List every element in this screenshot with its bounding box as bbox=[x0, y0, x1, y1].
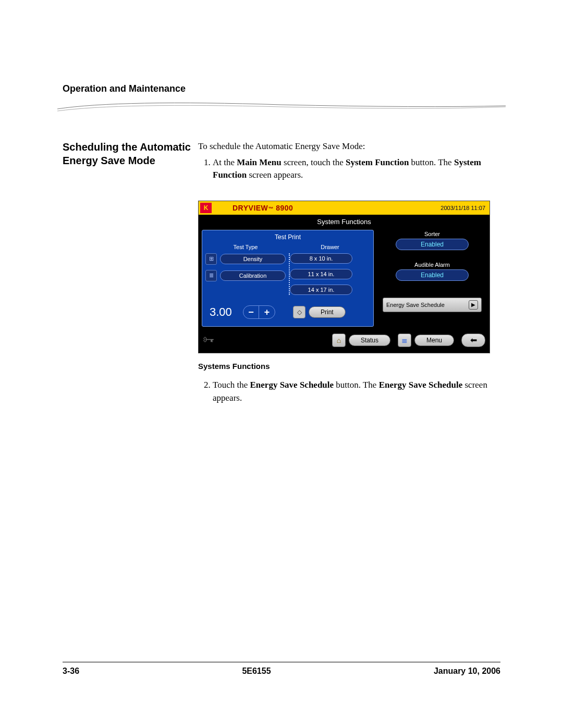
status-button[interactable]: Status bbox=[349, 335, 390, 346]
footer-date: January 10, 2006 bbox=[434, 667, 500, 676]
test-print-panel: Test Print Test Type ⊞ Density ≣ Calibra bbox=[202, 230, 374, 327]
list-icon: ≣ bbox=[398, 334, 411, 347]
step-1: At the Main Menu screen, touch the Syste… bbox=[213, 156, 500, 182]
audible-alarm-button[interactable]: Enabled bbox=[396, 269, 469, 281]
calibration-icon: ≣ bbox=[205, 270, 217, 281]
plus-button[interactable]: + bbox=[259, 306, 275, 318]
intro-text: To schedule the Automatic Energy Save Mo… bbox=[198, 140, 500, 153]
section-heading: Scheduling the Automatic Energy Save Mod… bbox=[63, 140, 198, 185]
drawer-11x14[interactable]: 11 x 14 in. bbox=[290, 269, 352, 279]
drawer-8x10[interactable]: 8 x 10 in. bbox=[290, 253, 352, 264]
figure-caption: Systems Functions bbox=[198, 362, 500, 371]
arrow-left-icon: ⬅ bbox=[470, 335, 477, 345]
key-icon: 🗝 bbox=[203, 333, 223, 348]
running-header: Operation and Maintenance bbox=[63, 83, 500, 94]
print-button[interactable]: Print bbox=[309, 306, 346, 318]
density-icon: ⊞ bbox=[205, 253, 217, 265]
density-value: 3.00 bbox=[209, 305, 239, 319]
menu-button[interactable]: Menu bbox=[414, 335, 454, 346]
col-head-drawer: Drawer bbox=[290, 244, 370, 250]
minus-button[interactable]: − bbox=[243, 306, 259, 318]
decorative-swoosh bbox=[57, 98, 506, 119]
sorter-button[interactable]: Enabled bbox=[396, 239, 469, 250]
value-stepper[interactable]: − + bbox=[243, 305, 275, 319]
footer-page: 3-36 bbox=[63, 667, 79, 676]
screen-title: System Functions bbox=[199, 215, 489, 228]
energy-save-label: Energy Save Schedule bbox=[386, 302, 445, 308]
device-timestamp: 2003/11/18 11:07 bbox=[440, 205, 485, 211]
footer-docnum: 5E6155 bbox=[242, 667, 271, 676]
page-footer: 3-36 5E6155 January 10, 2006 bbox=[63, 662, 500, 676]
back-button[interactable]: ⬅ bbox=[461, 334, 485, 347]
test-type-density[interactable]: Density bbox=[220, 254, 286, 264]
col-head-test-type: Test Type bbox=[205, 244, 286, 250]
device-topbar: K DryView™ 8900 2003/11/18 11:07 bbox=[199, 201, 489, 215]
print-icon: ◇ bbox=[293, 306, 305, 318]
sorter-label: Sorter bbox=[378, 231, 486, 237]
kodak-logo-icon: K bbox=[200, 203, 212, 213]
energy-save-schedule-button[interactable]: Energy Save Schedule ▶ bbox=[383, 298, 482, 312]
home-icon: ⌂ bbox=[332, 334, 346, 347]
device-brand: DryView™ 8900 bbox=[232, 204, 293, 212]
chevron-right-icon: ▶ bbox=[469, 300, 478, 310]
panel-heading: Test Print bbox=[205, 231, 370, 244]
drawer-14x17[interactable]: 14 x 17 in. bbox=[290, 285, 352, 295]
device-screenshot: K DryView™ 8900 2003/11/18 11:07 System … bbox=[198, 201, 490, 353]
step-2: Touch the Energy Save Schedule button. T… bbox=[213, 379, 500, 404]
test-type-calibration[interactable]: Calibration bbox=[220, 270, 286, 281]
audible-alarm-label: Audible Alarm bbox=[378, 262, 486, 268]
